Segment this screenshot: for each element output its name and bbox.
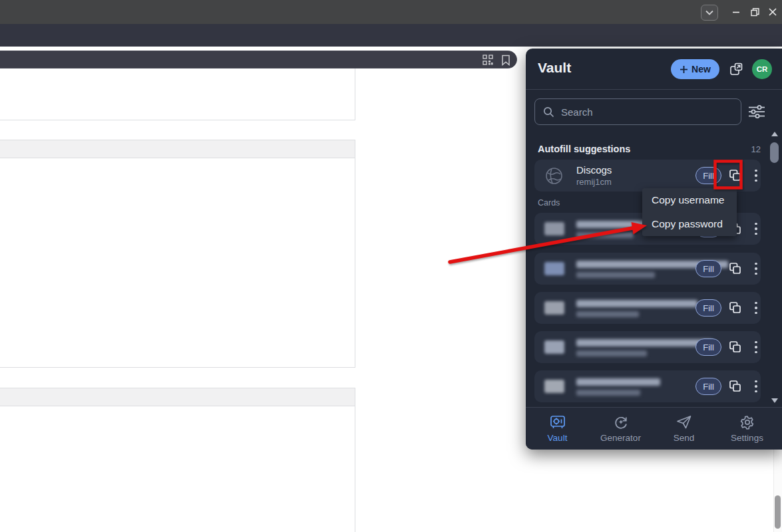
vault-card-item-redacted[interactable]: Fill <box>534 370 761 402</box>
item-username: remij1cm <box>576 177 612 187</box>
dot <box>755 263 757 265</box>
dot <box>755 380 757 383</box>
copy-icon <box>729 262 741 275</box>
copy-icon-button[interactable] <box>729 262 742 275</box>
item-options-button[interactable] <box>751 168 761 184</box>
menu-item-copy-password[interactable]: Copy password <box>642 212 737 236</box>
page-section-box: se by you or by <box>0 406 355 532</box>
copy-icon-button[interactable] <box>729 301 742 315</box>
copy-icon-button[interactable] <box>729 169 742 182</box>
autofill-count: 12 <box>741 144 761 154</box>
tab-search-chevron-button[interactable] <box>701 5 718 21</box>
nav-label: Settings <box>731 433 763 443</box>
vault-item-discogs[interactable]: Discogs remij1cm Fill <box>534 160 761 192</box>
popup-header: Vault New CR <box>526 49 782 89</box>
redacted-subtitle <box>576 311 639 317</box>
chevron-down-icon <box>705 10 713 15</box>
bitwarden-popup: Vault New CR <box>526 49 782 450</box>
page-section-box <box>0 68 355 120</box>
nav-tab-generator[interactable]: Generator <box>589 408 652 450</box>
fill-button[interactable]: Fill <box>695 167 721 184</box>
browser-toolbar: d 3 <box>0 24 782 47</box>
dot <box>755 267 757 270</box>
dot <box>755 307 757 309</box>
copy-icon <box>729 301 741 314</box>
nav-label: Send <box>674 433 695 443</box>
page-scrollbar-thumb[interactable] <box>775 495 781 529</box>
item-options-button[interactable] <box>751 300 761 316</box>
copy-icon-button[interactable] <box>729 340 742 354</box>
page-section-header <box>0 388 355 406</box>
minimize-button[interactable] <box>726 0 746 24</box>
minimize-icon <box>732 8 740 16</box>
page-section-header <box>0 140 355 158</box>
scroll-down-arrow-icon[interactable] <box>771 398 778 403</box>
dot <box>755 223 757 225</box>
nav-tab-vault[interactable]: Vault <box>526 408 589 450</box>
menu-item-copy-username[interactable]: Copy username <box>642 188 737 212</box>
vault-card-item-redacted[interactable]: Fill <box>534 331 761 363</box>
settings-gear-icon <box>739 414 755 430</box>
item-options-button[interactable] <box>751 339 761 355</box>
window-titlebar <box>0 0 782 24</box>
vault-card-item-redacted[interactable]: Fill <box>534 253 761 285</box>
account-avatar[interactable]: CR <box>752 59 772 79</box>
plus-icon <box>680 65 688 74</box>
redacted-subtitle <box>576 350 647 356</box>
card-icon <box>544 222 564 235</box>
fill-button[interactable]: Fill <box>695 378 721 395</box>
fill-button[interactable]: Fill <box>695 260 721 277</box>
dot <box>755 390 757 393</box>
filter-button[interactable] <box>748 104 765 119</box>
popup-scrollbar[interactable] <box>769 130 781 407</box>
popup-scrollbar-thumb[interactable] <box>770 142 779 163</box>
page-section-box <box>0 158 355 368</box>
bookmark-icon[interactable] <box>499 53 512 66</box>
redacted-title <box>576 339 712 346</box>
dot <box>755 312 757 315</box>
redacted-subtitle <box>576 272 655 278</box>
dot <box>755 302 757 305</box>
autofill-section-label: Autofill suggestions <box>538 144 630 154</box>
close-button[interactable] <box>763 0 782 24</box>
popout-icon <box>729 63 743 76</box>
redacted-title <box>576 378 660 386</box>
card-icon <box>544 262 564 275</box>
search-input[interactable]: Search <box>534 98 741 125</box>
copy-icon-button[interactable] <box>729 380 742 393</box>
copy-icon <box>729 169 741 182</box>
new-item-button[interactable]: New <box>671 59 719 79</box>
search-placeholder: Search <box>561 106 593 118</box>
dot <box>755 273 757 275</box>
redacted-subtitle <box>576 390 640 396</box>
dot <box>755 341 757 344</box>
item-options-button[interactable] <box>751 378 761 394</box>
fill-button[interactable]: Fill <box>695 338 721 356</box>
item-options-button[interactable] <box>751 221 761 237</box>
dot <box>755 170 757 172</box>
dot <box>755 385 757 388</box>
address-bar[interactable] <box>0 51 517 68</box>
scroll-up-arrow-icon[interactable] <box>771 132 778 136</box>
header-divider <box>526 89 782 90</box>
send-icon <box>676 414 692 430</box>
fill-button[interactable]: Fill <box>695 299 721 317</box>
nav-tab-settings[interactable]: Settings <box>715 408 779 450</box>
item-context-menu: Copy username Copy password <box>642 188 737 236</box>
restore-button[interactable] <box>745 0 765 24</box>
card-icon <box>544 301 564 315</box>
qr-code-icon[interactable] <box>481 53 494 66</box>
card-icon <box>544 340 564 354</box>
globe-icon <box>545 167 563 185</box>
restore-icon <box>751 8 759 17</box>
nav-tab-send[interactable]: Send <box>652 408 715 450</box>
close-icon <box>769 8 777 16</box>
new-button-label: New <box>691 64 711 74</box>
cards-section-label: Cards <box>538 198 560 207</box>
dot <box>755 180 757 182</box>
vault-card-item-redacted[interactable]: Fill <box>534 292 761 324</box>
dot <box>755 346 757 348</box>
popout-button[interactable] <box>729 63 743 76</box>
copy-icon <box>729 380 741 392</box>
item-options-button[interactable] <box>751 261 761 277</box>
